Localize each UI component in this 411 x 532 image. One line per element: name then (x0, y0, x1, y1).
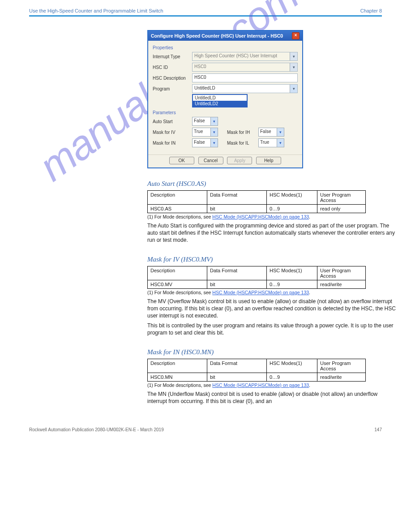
mask-iv-value: True (194, 129, 203, 134)
header-rule (29, 15, 382, 17)
cell: Data Format (207, 266, 267, 280)
cell: read/write (317, 280, 366, 288)
table-mv: Description Data Format HSC Modes(1) Use… (147, 266, 366, 289)
program-label: Program (153, 86, 192, 91)
footnote-text: (1) For Mode descriptions, see (147, 214, 212, 219)
cell: read only (317, 205, 366, 213)
cell: read/write (317, 373, 366, 381)
footnote-text: (1) For Mode descriptions, see (147, 382, 212, 388)
chevron-down-icon: ▾ (210, 139, 218, 147)
footnote-link[interactable]: HSC Mode (HSCAPP.HSCMode) on page 133 (212, 214, 309, 219)
table-row: HSC0.MN bit 0…9 read/write (148, 373, 366, 381)
chevron-down-icon: ▾ (277, 128, 284, 136)
cell: HSC0.MV (148, 280, 207, 288)
chevron-down-icon: ▾ (277, 139, 284, 147)
mask-in-label: Mask for IN (153, 141, 192, 146)
mask-iv-select[interactable]: True▾ (192, 128, 218, 137)
cell: bit (207, 280, 267, 288)
cell: HSC Modes(1) (267, 191, 317, 205)
hsc-id-value: HSC0 (194, 64, 206, 69)
cell: HSC Modes(1) (267, 359, 317, 373)
table-row: HSC0.AS bit 0…9 read only (148, 205, 366, 213)
dialog-titlebar: Configure High Speed Counter (HSC) User … (148, 31, 302, 41)
footnote-tail: . (309, 382, 310, 388)
hsc-desc-value: HSC0 (194, 75, 206, 80)
interrupt-type-label: Interrupt Type (153, 54, 192, 59)
chevron-down-icon: ▾ (210, 117, 218, 125)
program-option-2[interactable]: UntitledLD2 (193, 101, 247, 107)
footnote-text: (1) For Mode descriptions, see (147, 290, 212, 295)
table-mn: Description Data Format HSC Modes(1) Use… (147, 359, 366, 382)
hsc-desc-label: HSC Description (153, 76, 192, 81)
table-row: Description Data Format HSC Modes(1) Use… (148, 359, 366, 373)
table-as: Description Data Format HSC Modes(1) Use… (147, 190, 366, 213)
footer-right: 147 (374, 427, 382, 432)
section-title-mv: Mask for IV (HSC0.MV) (147, 256, 396, 263)
cell: Description (148, 191, 207, 205)
hsc-id-label: HSC ID (153, 65, 192, 70)
footnote-link[interactable]: HSC Mode (HSCAPP.HSCMode) on page 133 (212, 290, 309, 295)
chevron-down-icon: ▾ (290, 85, 297, 93)
cell: 0…9 (267, 205, 317, 213)
cell: HSC0.AS (148, 205, 207, 213)
cell: bit (207, 205, 267, 213)
footnote-link[interactable]: HSC Mode (HSCAPP.HSCMode) on page 133 (212, 382, 309, 388)
footnote-tail: . (309, 290, 310, 295)
header-left: Use the High-Speed Counter and Programma… (29, 8, 163, 13)
paragraph: The MV (Overflow Mask) control bit is us… (147, 298, 396, 320)
section-title-mn: Mask for IN (HSC0.MN) (147, 348, 396, 356)
cell: Data Format (207, 359, 267, 373)
footnote-tail: . (309, 214, 310, 219)
dialog-window: Configure High Speed Counter (HSC) User … (147, 30, 303, 168)
cell: Description (148, 266, 207, 280)
table-row: Description Data Format HSC Modes(1) Use… (148, 191, 366, 205)
mask-in-value: False (194, 140, 205, 145)
mask-il-label: Mask for IL (227, 141, 258, 146)
paragraph: The Auto Start is configured with the pr… (147, 222, 396, 244)
footnote-as: (1) For Mode descriptions, see HSC Mode … (147, 214, 396, 219)
interrupt-type-value: High Speed Counter (HSC) User Interrupt (194, 53, 277, 58)
mask-il-value: True (260, 140, 269, 145)
program-value: UntitledLD (194, 86, 215, 90)
cell: 0…9 (267, 373, 317, 381)
apply-button[interactable]: Apply (227, 157, 252, 164)
program-select[interactable]: UntitledLD▾ (192, 84, 298, 93)
cell: User Program Access (317, 359, 366, 373)
header-right: Chapter 8 (360, 8, 382, 13)
ok-button[interactable]: OK (169, 157, 194, 164)
mask-in-select[interactable]: False▾ (192, 138, 218, 147)
help-button[interactable]: Help (256, 157, 281, 164)
parameters-legend: Parameters (153, 110, 298, 115)
chevron-down-icon: ▾ (290, 52, 297, 60)
auto-start-label: Auto Start (153, 119, 192, 124)
cell: bit (207, 373, 267, 381)
footnote-mv: (1) For Mode descriptions, see HSC Mode … (147, 290, 396, 295)
mask-il-select[interactable]: True▾ (258, 138, 284, 147)
mask-ih-select[interactable]: False▾ (258, 128, 284, 137)
cell: Data Format (207, 191, 267, 205)
hsc-id-select[interactable]: HSC0▾ (192, 63, 298, 72)
cell: Description (148, 359, 207, 373)
close-icon[interactable]: × (292, 32, 300, 39)
program-option-1[interactable]: UntitledLD (193, 95, 247, 101)
dialog-title: Configure High Speed Counter (HSC) User … (151, 33, 283, 39)
hsc-desc-input[interactable]: HSC0 (192, 73, 298, 82)
auto-start-select[interactable]: False▾ (192, 117, 218, 126)
interrupt-type-select[interactable]: High Speed Counter (HSC) User Interrupt▾ (192, 52, 298, 61)
paragraph: The MN (Underflow Mask) control bit is u… (147, 390, 396, 405)
table-row: Description Data Format HSC Modes(1) Use… (148, 266, 366, 280)
cancel-button[interactable]: Cancel (198, 157, 223, 164)
page-header: Use the High-Speed Counter and Programma… (29, 8, 382, 13)
chevron-down-icon: ▾ (210, 128, 218, 136)
auto-start-value: False (194, 118, 205, 123)
page-footer: Rockwell Automation Publication 2080-UM0… (29, 427, 382, 432)
table-row: HSC0.MV bit 0…9 read/write (148, 280, 366, 288)
program-dropdown-list[interactable]: UntitledLD UntitledLD2 (192, 94, 248, 107)
section-title-as: Auto Start (HSC0.AS) (147, 180, 396, 188)
cell: HSC0.MN (148, 373, 207, 381)
mask-iv-label: Mask for IV (153, 130, 192, 135)
cell: 0…9 (267, 280, 317, 288)
paragraph: This bit is controlled by the user progr… (147, 322, 396, 336)
mask-ih-label: Mask for IH (227, 130, 258, 135)
mask-ih-value: False (260, 129, 271, 134)
